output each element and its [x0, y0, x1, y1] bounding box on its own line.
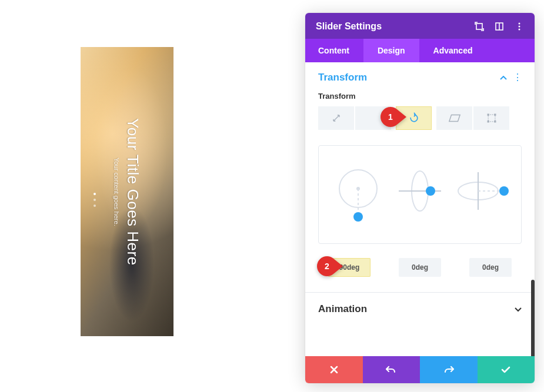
panel-header: Slider Settings — [305, 13, 535, 39]
animation-section-header[interactable]: Animation — [318, 293, 522, 327]
rotate-y-value-input[interactable]: 0deg — [469, 258, 512, 277]
section-kebab-menu-icon[interactable]: ⋮ — [513, 73, 522, 82]
slider-preview-wrap: Your Title Goes Here Your content goes h… — [81, 47, 173, 336]
svg-point-18 — [426, 186, 435, 196]
rotate-z-value-input[interactable]: 90deg — [328, 258, 371, 277]
confirm-button[interactable] — [478, 356, 535, 383]
svg-point-15 — [353, 212, 363, 222]
transform-section-title[interactable]: Transform — [318, 72, 500, 83]
rotate-y-control[interactable] — [455, 162, 509, 227]
svg-rect-10 — [494, 120, 496, 122]
tab-content[interactable]: Content — [305, 39, 363, 62]
panel-footer — [305, 356, 535, 383]
panel-title: Slider Settings — [316, 21, 475, 32]
rotation-values-row: 2 90deg 0deg 0deg — [318, 258, 522, 277]
transform-rotate-button[interactable] — [396, 106, 432, 130]
transform-scale-button[interactable] — [318, 106, 354, 130]
slider-pagination-dots[interactable] — [94, 193, 96, 207]
transform-origin-button[interactable] — [473, 106, 509, 130]
rotate-z-control[interactable] — [331, 162, 385, 227]
slider-preview[interactable]: Your Title Goes Here Your content goes h… — [81, 47, 173, 336]
slider-title: Your Title Goes Here — [124, 118, 142, 265]
panel-header-icons — [475, 22, 524, 31]
tab-design[interactable]: Design — [363, 39, 419, 62]
undo-button[interactable] — [363, 356, 420, 383]
settings-panel: Slider Settings Content Design Advanced … — [305, 13, 535, 383]
rotate-x-control[interactable] — [393, 162, 447, 227]
animation-section-title: Animation — [318, 303, 515, 315]
transform-toolbar: 1 — [318, 106, 522, 130]
svg-point-5 — [519, 29, 520, 31]
svg-rect-6 — [488, 115, 495, 122]
expand-icon[interactable] — [475, 22, 484, 31]
svg-rect-9 — [487, 120, 489, 122]
transform-label: Transform — [318, 92, 522, 100]
transform-skew-button[interactable] — [436, 106, 472, 130]
tab-advanced[interactable]: Advanced — [419, 39, 487, 62]
redo-button[interactable] — [420, 356, 478, 383]
chevron-up-icon[interactable] — [500, 73, 507, 82]
transform-translate-button[interactable] — [355, 106, 391, 130]
slider-text-wrap: Your Title Goes Here Your content goes h… — [113, 118, 142, 265]
svg-point-4 — [519, 26, 520, 28]
slider-subtitle: Your content goes here. — [113, 118, 120, 265]
svg-rect-0 — [476, 24, 482, 29]
svg-rect-7 — [487, 114, 489, 116]
kebab-menu-icon[interactable] — [515, 22, 524, 31]
columns-icon[interactable] — [495, 22, 504, 31]
panel-scrollbar[interactable] — [531, 280, 535, 356]
panel-body: Transform ⋮ Transform 1 — [305, 62, 535, 356]
chevron-down-icon — [515, 304, 522, 314]
svg-rect-8 — [494, 114, 496, 116]
svg-point-22 — [499, 186, 509, 196]
svg-point-3 — [519, 23, 520, 25]
panel-tabs: Content Design Advanced — [305, 39, 535, 62]
rotate-x-value-input[interactable]: 0deg — [399, 258, 441, 277]
transform-section-header[interactable]: Transform ⋮ — [318, 72, 522, 83]
cancel-button[interactable] — [305, 356, 363, 383]
rotation-visualizer — [318, 145, 522, 244]
